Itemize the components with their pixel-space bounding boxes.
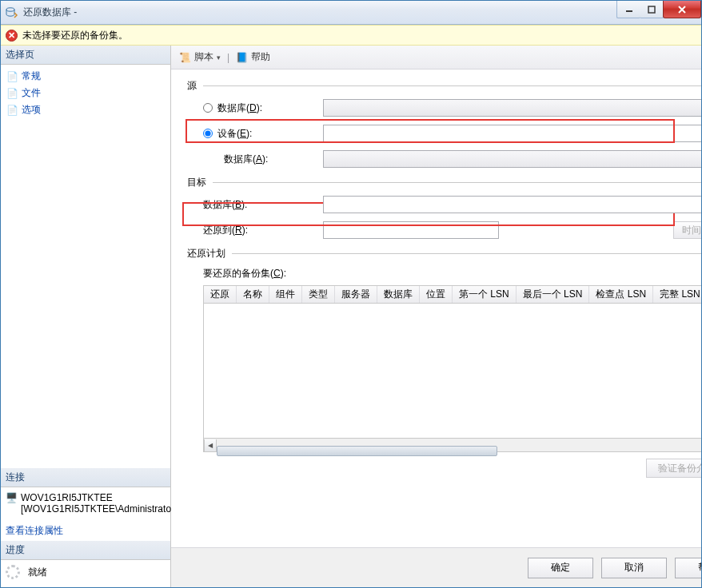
script-label: 脚本 — [194, 50, 213, 64]
col-last-lsn[interactable]: 最后一个 LSN — [517, 286, 590, 303]
backup-sets-grid[interactable]: 还原 名称 组件 类型 服务器 数据库 位置 第一个 LSN 最后一个 LSN … — [203, 285, 702, 452]
source-database-radio[interactable] — [203, 103, 213, 113]
help-icon: 📘 — [236, 52, 248, 63]
col-name[interactable]: 名称 — [237, 286, 269, 303]
select-page-header: 选择页 — [1, 46, 170, 65]
source-group: 源 数据库(D): 设备(E): — [187, 79, 702, 168]
error-message: 未选择要还原的备份集。 — [22, 29, 128, 42]
target-database-combo[interactable] — [323, 196, 702, 213]
col-first-lsn[interactable]: 第一个 LSN — [453, 286, 517, 303]
page-icon: 📄 — [6, 87, 18, 100]
page-icon: 📄 — [6, 104, 18, 117]
toolbar-separator: | — [227, 52, 229, 63]
minimize-button[interactable] — [616, 1, 640, 18]
app-icon — [6, 6, 18, 19]
source-device-input[interactable] — [323, 125, 702, 142]
help-button[interactable]: 📘 帮助 — [233, 49, 273, 66]
svg-rect-1 — [626, 10, 632, 12]
progress-spinner-icon — [6, 565, 20, 579]
svg-rect-2 — [648, 6, 655, 13]
col-database[interactable]: 数据库 — [377, 286, 420, 303]
form-area: 源 数据库(D): 设备(E): — [171, 70, 702, 547]
source-device-radio[interactable] — [203, 129, 213, 138]
nav-label[interactable]: 文件 — [22, 86, 41, 100]
source-group-label: 源 — [187, 79, 197, 93]
source-device-label: 设备(E): — [217, 127, 252, 141]
horizontal-scrollbar[interactable]: ◀ ▶ — [203, 439, 702, 452]
title-bar[interactable]: 还原数据库 - — [1, 1, 701, 25]
script-button[interactable]: 📜 脚本 — [176, 49, 224, 66]
restore-to-input — [323, 221, 499, 239]
scroll-thumb[interactable] — [217, 446, 497, 456]
restore-plan-group-label: 还原计划 — [187, 247, 225, 260]
col-server[interactable]: 服务器 — [335, 286, 377, 303]
progress-status: 就绪 — [28, 566, 47, 579]
target-database-row: 数据库(B): — [203, 196, 702, 213]
source-database-a-combo[interactable] — [323, 150, 702, 168]
source-database-a-row: 数据库(A): — [203, 150, 702, 168]
maximize-button[interactable] — [640, 1, 664, 18]
grid-body[interactable] — [203, 303, 702, 439]
progress-header: 进度 — [1, 541, 170, 560]
timeline-button: 时间线(T)... — [673, 221, 702, 239]
help-bottom-button[interactable]: 帮助 — [675, 558, 702, 578]
bottom-bar: 确定 取消 帮助 — [171, 547, 702, 587]
ok-button[interactable]: 确定 — [528, 558, 593, 578]
col-restore[interactable]: 还原 — [204, 286, 237, 303]
restore-to-label: 还原到(R): — [203, 224, 248, 237]
server-name: WOV1G1RI5JTKTEE — [21, 492, 177, 503]
source-database-combo[interactable] — [323, 99, 702, 117]
col-full-lsn[interactable]: 完整 LSN — [653, 286, 702, 303]
right-panel: 📜 脚本 | 📘 帮助 源 — [171, 46, 702, 587]
col-checkpoint-lsn[interactable]: 检查点 LSN — [589, 286, 653, 303]
error-banner: ✕ 未选择要还原的备份集。 — [1, 25, 701, 46]
cancel-button[interactable]: 取消 — [601, 558, 667, 578]
server-icon: 🖥️ — [6, 492, 18, 505]
grid-header: 还原 名称 组件 类型 服务器 数据库 位置 第一个 LSN 最后一个 LSN … — [203, 285, 702, 303]
col-type[interactable]: 类型 — [302, 286, 335, 303]
nav-item-general[interactable]: 📄 常规 — [2, 68, 169, 85]
source-database-a-label: 数据库(A): — [224, 153, 268, 166]
restore-to-row: 还原到(R): 时间线(T)... — [203, 221, 702, 239]
script-icon: 📜 — [179, 52, 191, 63]
server-info: 🖥️ WOV1G1RI5JTKTEE [WOV1G1RI5JTKTEE\Admi… — [6, 492, 166, 514]
target-group: 目标 数据库(B): 还原到(R): 时间线(T)... — [187, 176, 702, 239]
verify-media-button: 验证备份介质(V) — [646, 459, 702, 478]
page-icon: 📄 — [6, 70, 18, 83]
backup-sets-label: 要还原的备份集(C): — [203, 267, 702, 280]
left-panel: 选择页 📄 常规 📄 文件 📄 选项 连接 🖥️ WOV1G1RI5JTKTEE — [1, 46, 171, 587]
window-title: 还原数据库 - — [23, 6, 617, 19]
error-icon: ✕ — [6, 30, 18, 42]
server-user: [WOV1G1RI5JTKTEE\Administrator] — [21, 503, 177, 514]
view-connection-properties-link[interactable]: 查看连接属性 — [1, 521, 170, 541]
target-database-label: 数据库(B): — [203, 198, 247, 212]
scroll-left-arrow[interactable]: ◀ — [204, 439, 217, 451]
restore-plan-group: 还原计划 要还原的备份集(C): 还原 名称 组件 类型 服务器 数据库 位置 … — [187, 247, 702, 478]
nav-item-options[interactable]: 📄 选项 — [2, 101, 169, 118]
nav-item-files[interactable]: 📄 文件 — [2, 85, 169, 101]
col-component[interactable]: 组件 — [269, 286, 302, 303]
source-database-row: 数据库(D): — [203, 99, 702, 117]
nav-label[interactable]: 常规 — [22, 70, 41, 83]
source-database-label: 数据库(D): — [217, 101, 262, 115]
col-position[interactable]: 位置 — [420, 286, 453, 303]
help-label: 帮助 — [251, 50, 270, 64]
nav-list: 📄 常规 📄 文件 📄 选项 — [1, 65, 170, 121]
connection-header: 连接 — [1, 468, 170, 487]
source-device-row: 设备(E): ... — [203, 125, 702, 142]
close-button[interactable] — [663, 1, 701, 18]
nav-label[interactable]: 选项 — [22, 103, 41, 117]
svg-point-0 — [6, 7, 14, 10]
target-group-label: 目标 — [187, 176, 206, 189]
toolbar: 📜 脚本 | 📘 帮助 — [171, 46, 702, 70]
